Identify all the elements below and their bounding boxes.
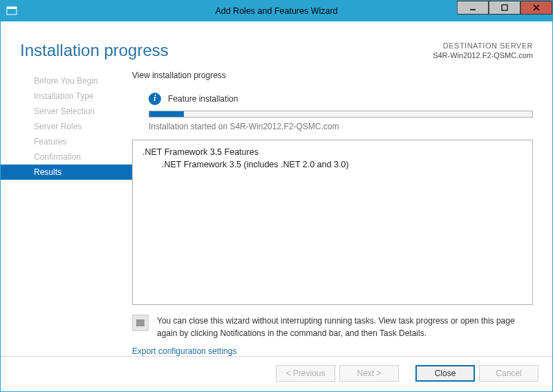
wizard-window: Add Roles and Features Wizard Installati… xyxy=(0,0,553,392)
svg-rect-1 xyxy=(7,7,17,9)
sidebar-item-server-selection: Server Selection xyxy=(1,104,132,119)
wizard-body: Installation progress DESTINATION SERVER… xyxy=(1,21,552,391)
sidebar-item-installation-type: Installation Type xyxy=(1,88,132,104)
close-button[interactable]: Close xyxy=(415,365,475,382)
sidebar-item-confirmation: Confirmation xyxy=(1,149,132,165)
close-window-button[interactable] xyxy=(521,1,552,15)
note-row: You can close this wizard without interr… xyxy=(132,315,533,339)
main-area: Before You Begin Installation Type Serve… xyxy=(1,61,552,356)
status-row: i Feature installation xyxy=(149,93,533,105)
sidebar-item-results: Results xyxy=(1,165,132,180)
note-text: You can close this wizard without interr… xyxy=(157,315,533,339)
progress-message: Installation started on S4R-Win2012.F2-Q… xyxy=(149,122,533,131)
previous-button: < Previous xyxy=(276,365,335,382)
section-label: View installation progress xyxy=(132,71,533,80)
sidebar-item-features: Features xyxy=(1,134,132,149)
progress-fill xyxy=(149,111,184,117)
next-button: Next > xyxy=(339,365,399,382)
maximize-button[interactable] xyxy=(489,1,521,15)
window-controls xyxy=(457,1,552,21)
titlebar[interactable]: Add Roles and Features Wizard xyxy=(1,1,552,21)
wizard-sidebar: Before You Begin Installation Type Serve… xyxy=(1,71,132,356)
page-title: Installation progress xyxy=(20,41,433,60)
feature-parent: .NET Framework 3.5 Features xyxy=(142,147,523,157)
export-config-link[interactable]: Export configuration settings xyxy=(132,346,533,356)
status-text: Feature installation xyxy=(168,94,238,104)
feature-list: .NET Framework 3.5 Features .NET Framewo… xyxy=(132,140,533,305)
header-row: Installation progress DESTINATION SERVER… xyxy=(1,21,552,61)
info-icon: i xyxy=(149,93,161,105)
feature-child: .NET Framework 3.5 (includes .NET 2.0 an… xyxy=(162,160,523,169)
content-panel: View installation progress i Feature ins… xyxy=(132,71,533,356)
flag-icon xyxy=(132,315,149,331)
destination-info: DESTINATION SERVER S4R-Win2012.F2-QSMC.c… xyxy=(433,41,533,61)
app-icon xyxy=(6,6,17,17)
destination-label: DESTINATION SERVER xyxy=(433,41,533,50)
wizard-footer: < Previous Next > Close Cancel xyxy=(1,356,552,391)
svg-rect-3 xyxy=(502,5,507,10)
sidebar-item-before-you-begin: Before You Begin xyxy=(1,73,132,88)
destination-server: S4R-Win2012.F2-QSMC.com xyxy=(433,50,533,60)
cancel-button: Cancel xyxy=(479,365,538,382)
progress-bar xyxy=(149,111,533,118)
sidebar-item-server-roles: Server Roles xyxy=(1,119,132,134)
minimize-button[interactable] xyxy=(457,1,489,15)
